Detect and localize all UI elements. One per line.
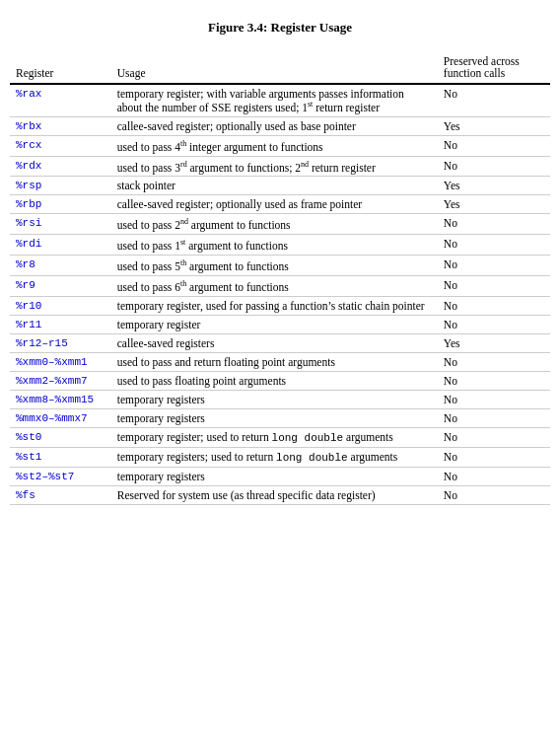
table-row: %rspstack pointerYes (10, 177, 550, 195)
table-row: %xmm0–%xmm1used to pass and return float… (10, 352, 550, 371)
cell-register: %xmm8–%xmm15 (10, 390, 111, 408)
cell-usage: temporary registers (111, 408, 438, 427)
cell-usage: temporary registers; used to return long… (111, 447, 438, 467)
cell-register: %rdx (10, 156, 111, 177)
cell-register: %r10 (10, 296, 111, 315)
column-header-register: Register (10, 51, 111, 84)
cell-usage: used to pass 4th integer argument to fun… (111, 135, 438, 156)
cell-register: %r12–r15 (10, 333, 111, 352)
cell-usage: used to pass and return floating point a… (111, 352, 438, 371)
cell-usage: temporary register (111, 315, 438, 333)
cell-register: %fs (10, 485, 111, 504)
cell-register: %r8 (10, 256, 111, 276)
column-header-usage: Usage (111, 51, 438, 84)
cell-preserved: No (438, 256, 550, 276)
table-row: %rdiused to pass 1st argument to functio… (10, 235, 550, 256)
table-row: %rcxused to pass 4th integer argument to… (10, 135, 550, 156)
table-row: %r9used to pass 6th argument to function… (10, 275, 550, 296)
cell-register: %rdi (10, 235, 111, 256)
table-row: %r8used to pass 5th argument to function… (10, 256, 550, 276)
preserved-line2: function calls (444, 67, 505, 79)
cell-usage: temporary register; with variable argume… (111, 84, 438, 116)
cell-usage: used to pass 1st argument to functions (111, 235, 438, 256)
cell-usage: used to pass 6th argument to functions (111, 275, 438, 296)
table-row: %rbpcallee-saved register; optionally us… (10, 195, 550, 214)
table-row: %st0temporary register; used to return l… (10, 427, 550, 447)
cell-preserved: No (438, 235, 550, 256)
cell-register: %rsp (10, 177, 111, 195)
cell-preserved: No (438, 275, 550, 296)
table-row: %xmm8–%xmm15temporary registersNo (10, 390, 550, 408)
cell-preserved: No (438, 371, 550, 390)
cell-usage: callee-saved register; optionally used a… (111, 116, 438, 135)
cell-preserved: No (438, 427, 550, 447)
cell-register: %mmx0–%mmx7 (10, 408, 111, 427)
cell-preserved: No (438, 135, 550, 156)
cell-preserved: Yes (438, 177, 550, 195)
cell-register: %st2–%st7 (10, 467, 111, 485)
cell-preserved: Yes (438, 195, 550, 214)
cell-preserved: No (438, 214, 550, 235)
preserved-line1: Preserved across (444, 55, 544, 67)
column-header-preserved: Preserved across function calls (438, 51, 550, 84)
table-row: %xmm2–%xmm7used to pass floating point a… (10, 371, 550, 390)
cell-usage: stack pointer (111, 177, 438, 195)
cell-preserved: No (438, 296, 550, 315)
table-row: %st1temporary registers; used to return … (10, 447, 550, 467)
cell-usage: Reserved for system use (as thread speci… (111, 485, 438, 504)
cell-preserved: Yes (438, 116, 550, 135)
table-row: %raxtemporary register; with variable ar… (10, 84, 550, 116)
table-row: %rsiused to pass 2nd argument to functio… (10, 214, 550, 235)
cell-usage: callee-saved registers (111, 333, 438, 352)
cell-usage: temporary register, used for passing a f… (111, 296, 438, 315)
cell-preserved: No (438, 315, 550, 333)
table-row: %rdxused to pass 3rd argument to functio… (10, 156, 550, 177)
table-row: %mmx0–%mmx7temporary registersNo (10, 408, 550, 427)
table-row: %r11temporary registerNo (10, 315, 550, 333)
cell-preserved: No (438, 156, 550, 177)
cell-register: %rsi (10, 214, 111, 235)
cell-register: %rcx (10, 135, 111, 156)
cell-register: %st1 (10, 447, 111, 467)
cell-usage: temporary register; used to return long … (111, 427, 438, 447)
cell-register: %xmm2–%xmm7 (10, 371, 111, 390)
figure-title: Figure 3.4: Register Usage (10, 20, 550, 36)
cell-usage: used to pass 5th argument to functions (111, 256, 438, 276)
cell-preserved: No (438, 485, 550, 504)
table-row: %r12–r15callee-saved registersYes (10, 333, 550, 352)
cell-preserved: No (438, 467, 550, 485)
cell-register: %rax (10, 84, 111, 116)
cell-preserved: No (438, 352, 550, 371)
cell-register: %xmm0–%xmm1 (10, 352, 111, 371)
cell-preserved: No (438, 447, 550, 467)
cell-register: %r9 (10, 275, 111, 296)
cell-preserved: No (438, 408, 550, 427)
cell-preserved: No (438, 390, 550, 408)
cell-register: %st0 (10, 427, 111, 447)
cell-usage: temporary registers (111, 467, 438, 485)
cell-register: %rbx (10, 116, 111, 135)
cell-usage: used to pass 3rd argument to functions; … (111, 156, 438, 177)
cell-preserved: No (438, 84, 550, 116)
cell-usage: temporary registers (111, 390, 438, 408)
cell-usage: callee-saved register; optionally used a… (111, 195, 438, 214)
cell-usage: used to pass 2nd argument to functions (111, 214, 438, 235)
cell-register: %r11 (10, 315, 111, 333)
table-header-row: Register Usage Preserved across function… (10, 51, 550, 84)
cell-preserved: Yes (438, 333, 550, 352)
table-row: %fsReserved for system use (as thread sp… (10, 485, 550, 504)
table-row: %r10temporary register, used for passing… (10, 296, 550, 315)
cell-register: %rbp (10, 195, 111, 214)
cell-usage: used to pass floating point arguments (111, 371, 438, 390)
register-usage-table: Register Usage Preserved across function… (10, 51, 550, 505)
table-row: %rbxcallee-saved register; optionally us… (10, 116, 550, 135)
table-row: %st2–%st7temporary registersNo (10, 467, 550, 485)
